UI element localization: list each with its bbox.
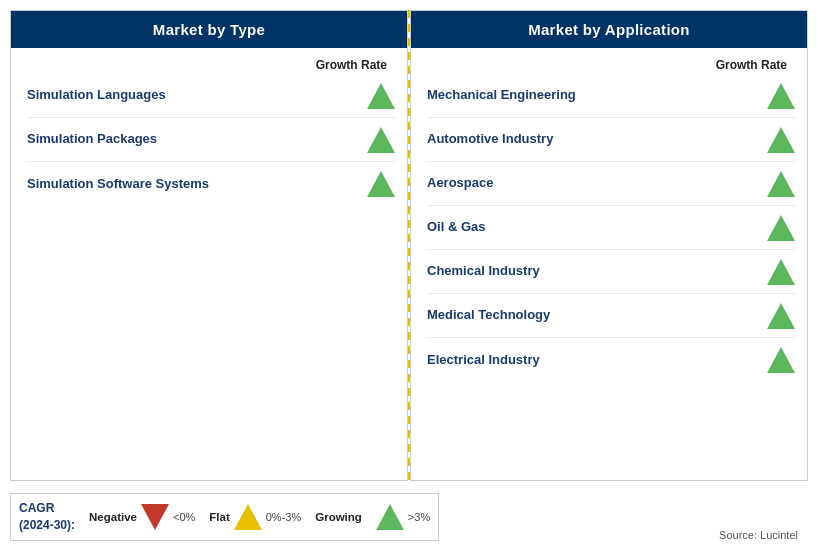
growing-arrow-icon (376, 504, 404, 530)
item-label: Simulation Software Systems (27, 176, 357, 193)
legend-negative: Negative <0% (89, 504, 195, 530)
right-panel-title: Market by Application (528, 21, 690, 38)
right-panel: Market by Application Growth Rate Mechan… (410, 10, 808, 481)
list-item: Automotive Industry (427, 118, 795, 162)
legend-flat: Flat 0%-3% (209, 504, 301, 530)
up-arrow-icon (767, 259, 795, 285)
up-arrow-icon (767, 83, 795, 109)
item-label: Automotive Industry (427, 131, 757, 148)
right-panel-header: Market by Application (411, 11, 807, 48)
left-panel: Market by Type Growth Rate Simulation La… (10, 10, 408, 481)
left-panel-title: Market by Type (153, 21, 265, 38)
list-item: Mechanical Engineering (427, 74, 795, 118)
list-item: Electrical Industry (427, 338, 795, 382)
item-label: Aerospace (427, 175, 757, 192)
item-label: Electrical Industry (427, 352, 757, 369)
list-item: Simulation Packages (27, 118, 395, 162)
bottom-row: CAGR (2024-30): Negative <0% Flat 0%-3% … (10, 485, 808, 541)
up-arrow-icon (767, 303, 795, 329)
item-label: Simulation Packages (27, 131, 357, 148)
list-item: Simulation Software Systems (27, 162, 395, 206)
item-label: Chemical Industry (427, 263, 757, 280)
item-label: Medical Technology (427, 307, 757, 324)
item-label: Simulation Languages (27, 87, 357, 104)
source-text: Source: Lucintel (719, 529, 808, 541)
left-panel-body: Growth Rate Simulation Languages Simulat… (11, 48, 407, 480)
page-container: Market by Type Growth Rate Simulation La… (0, 0, 818, 547)
legend-title: CAGR (2024-30): (19, 500, 75, 534)
list-item: Simulation Languages (27, 74, 395, 118)
up-arrow-icon (367, 171, 395, 197)
right-panel-body: Growth Rate Mechanical Engineering Autom… (411, 48, 807, 480)
up-arrow-icon (367, 83, 395, 109)
item-label: Oil & Gas (427, 219, 757, 236)
flat-arrow-icon (234, 504, 262, 530)
left-panel-header: Market by Type (11, 11, 407, 48)
up-arrow-icon (367, 127, 395, 153)
legend: CAGR (2024-30): Negative <0% Flat 0%-3% … (10, 493, 439, 541)
list-item: Oil & Gas (427, 206, 795, 250)
legend-growing: Growing >3% (315, 504, 430, 530)
up-arrow-icon (767, 171, 795, 197)
down-arrow-icon (141, 504, 169, 530)
list-item: Aerospace (427, 162, 795, 206)
list-item: Chemical Industry (427, 250, 795, 294)
left-growth-label: Growth Rate (27, 58, 395, 72)
right-growth-label: Growth Rate (427, 58, 795, 72)
item-label: Mechanical Engineering (427, 87, 757, 104)
panels-container: Market by Type Growth Rate Simulation La… (10, 10, 808, 481)
up-arrow-icon (767, 127, 795, 153)
up-arrow-icon (767, 215, 795, 241)
list-item: Medical Technology (427, 294, 795, 338)
up-arrow-icon (767, 347, 795, 373)
